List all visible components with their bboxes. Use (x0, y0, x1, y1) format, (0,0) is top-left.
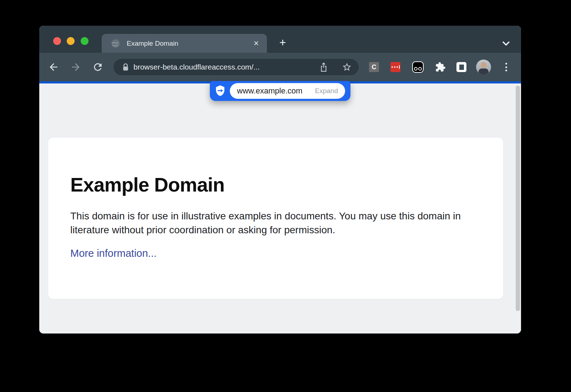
expand-button[interactable]: Expand (315, 87, 338, 95)
page-paragraph: This domain is for use in illustrative e… (70, 209, 481, 237)
avatar-head (481, 62, 486, 68)
puzzle-extensions-icon[interactable] (435, 62, 446, 72)
tab-title: Example Domain (127, 40, 178, 47)
content-card: Example Domain This domain is for use in… (48, 138, 503, 299)
profile-avatar[interactable] (476, 60, 491, 75)
tab-close-icon[interactable]: ✕ (253, 34, 259, 53)
avatar-body (479, 68, 489, 75)
domain-pill[interactable]: www.example.com Expand (230, 83, 345, 99)
menu-dot (505, 63, 507, 65)
browser-window: Example Domain ✕ + browser-beta.cloudfla… (39, 26, 521, 334)
domain-notification[interactable]: www.example.com Expand (210, 81, 350, 101)
back-arrow-icon[interactable] (48, 61, 59, 73)
vertical-scrollbar[interactable] (516, 86, 520, 311)
url-text[interactable]: browser-beta.cloudflareaccess.com/... (133, 59, 260, 75)
frame-inner-square (459, 65, 464, 70)
circle-glyph (418, 67, 422, 71)
lastpass-dot (394, 66, 395, 68)
three-dot-menu-icon[interactable] (504, 62, 509, 72)
page-title: Example Domain (70, 138, 481, 196)
lock-icon[interactable] (122, 63, 129, 72)
menu-dot (505, 70, 507, 71)
new-tab-button[interactable]: + (276, 36, 290, 50)
titlebar: Example Domain ✕ + (39, 26, 521, 53)
share-icon[interactable] (319, 62, 328, 72)
two-circles-extension-icon[interactable] (412, 61, 424, 73)
domain-text: www.example.com (237, 86, 302, 96)
chevron-down-icon[interactable] (500, 38, 512, 49)
shield-arrow-icon (214, 85, 226, 97)
menu-dot (505, 66, 507, 68)
bookmark-star-icon[interactable] (342, 62, 352, 72)
frame-extension-icon[interactable] (456, 62, 466, 72)
forward-arrow-icon[interactable] (70, 61, 81, 73)
minimize-window-button[interactable] (67, 37, 75, 45)
more-information-link[interactable]: More information... (70, 248, 157, 259)
zoom-window-button[interactable] (81, 37, 89, 45)
c-extension-icon[interactable]: C (369, 62, 379, 72)
lastpass-dot (391, 66, 393, 68)
address-bar[interactable]: browser-beta.cloudflareaccess.com/... (113, 59, 359, 75)
globe-icon (111, 39, 120, 48)
toolbar: browser-beta.cloudflareaccess.com/... C (39, 53, 521, 81)
close-window-button[interactable] (53, 37, 61, 45)
tab-example-domain[interactable]: Example Domain ✕ (102, 34, 267, 53)
circle-glyph (414, 67, 418, 71)
page-viewport: Example Domain This domain is for use in… (39, 83, 521, 334)
lastpass-dot (396, 66, 398, 68)
lastpass-bar (399, 65, 400, 69)
reload-icon[interactable] (92, 61, 103, 73)
lastpass-icon[interactable] (390, 62, 400, 72)
